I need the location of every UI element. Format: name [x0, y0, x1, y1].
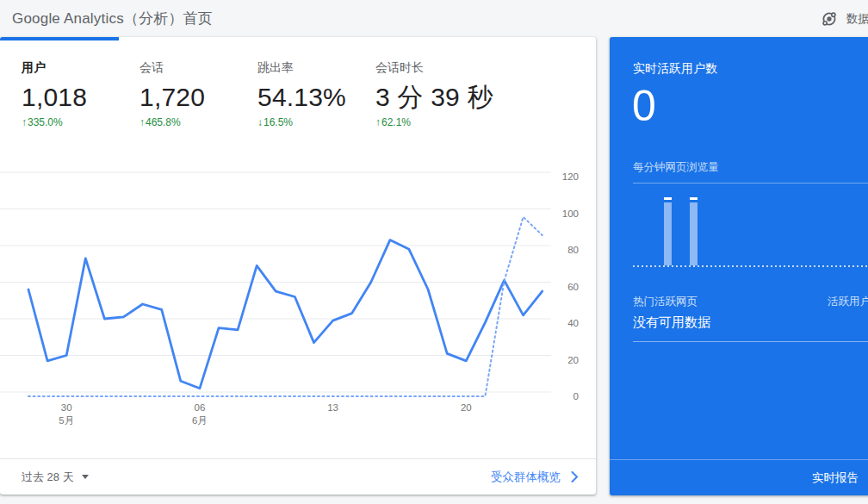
- metric-delta: ↑465.8%: [140, 116, 257, 128]
- metric-value: 1,720: [140, 84, 257, 111]
- date-range-selector[interactable]: 过去 28 天: [22, 470, 89, 485]
- metric-label: 会话时长: [375, 60, 493, 74]
- pageviews-bar: [690, 197, 698, 265]
- metric-value: 54.13%: [257, 84, 375, 111]
- date-range-label: 过去 28 天: [22, 470, 74, 485]
- delta-value: 465.8%: [146, 116, 181, 128]
- caret-down-icon: [82, 475, 89, 479]
- svg-text:20: 20: [567, 355, 579, 365]
- realtime-report-link[interactable]: 实时报告: [812, 471, 859, 484]
- svg-text:120: 120: [562, 171, 579, 182]
- metric-label: 会话: [140, 60, 257, 74]
- svg-text:13: 13: [327, 402, 338, 413]
- metric-delta: ↑62.1%: [375, 116, 493, 128]
- active-users-count: 0: [632, 82, 656, 130]
- metric-label: 用户: [22, 60, 140, 74]
- metric-value: 1,018: [22, 84, 140, 111]
- metric-tab-session-duration[interactable]: 会话时长 3 分 39 秒 ↑62.1%: [375, 60, 493, 128]
- pageviews-per-minute-label: 每分钟网页浏览量: [633, 160, 719, 175]
- metric-delta: ↓16.5%: [257, 116, 375, 128]
- svg-text:6月: 6月: [192, 415, 208, 426]
- metric-tab-sessions[interactable]: 会话 1,720 ↑465.8%: [140, 60, 257, 128]
- page-title: Google Analytics（分析）首页: [12, 9, 213, 28]
- delta-down-icon: ↓: [257, 116, 263, 128]
- pageviews-bar: [664, 197, 672, 265]
- chevron-right-icon: [571, 471, 579, 482]
- delta-up-icon: ↑: [375, 116, 381, 128]
- svg-text:06: 06: [195, 402, 206, 413]
- metric-tab-bounce-rate[interactable]: 跳出率 54.13% ↓16.5%: [257, 60, 375, 128]
- svg-text:5月: 5月: [59, 415, 74, 426]
- delta-up-icon: ↑: [140, 116, 145, 128]
- ga-home-page: Google Analytics（分析）首页 数据 用户 1,018 ↑335.…: [0, 0, 868, 504]
- overview-chart: 020406080100120305月066月1320: [0, 164, 596, 435]
- metric-label: 跳出率: [257, 60, 375, 74]
- top-active-pages-header: 热门活跃网页: [633, 295, 698, 309]
- chart-series-users-comparison-dotted: [28, 217, 542, 396]
- divider: [633, 341, 868, 342]
- chart-series-users-current-period: [28, 240, 542, 389]
- audience-overview-link[interactable]: 受众群体概览: [491, 470, 579, 485]
- overview-card-footer: 过去 28 天 受众群体概览: [0, 458, 596, 495]
- active-users-header: 活跃用户: [828, 295, 868, 309]
- svg-text:0: 0: [574, 391, 579, 401]
- insights-icon: [820, 9, 839, 28]
- metric-delta: ↑335.0%: [22, 116, 140, 128]
- chart-baseline: [633, 265, 868, 267]
- svg-text:80: 80: [567, 245, 579, 255]
- realtime-card-footer: 实时报告: [610, 459, 868, 495]
- svg-text:60: 60: [567, 282, 579, 292]
- no-data-message: 没有可用数据: [633, 314, 710, 331]
- realtime-table-header: 热门活跃网页 活跃用户: [633, 295, 868, 309]
- realtime-title: 实时活跃用户数: [633, 61, 717, 77]
- audience-overview-label: 受众群体概览: [491, 470, 561, 485]
- app-header: Google Analytics（分析）首页 数据: [0, 0, 868, 37]
- pageviews-per-minute-chart: [633, 183, 868, 267]
- delta-value: 16.5%: [264, 116, 293, 128]
- metric-tabs: 用户 1,018 ↑335.0% 会话 1,720 ↑465.8% 跳出率 54…: [0, 37, 596, 128]
- overview-card: 用户 1,018 ↑335.0% 会话 1,720 ↑465.8% 跳出率 54…: [0, 37, 596, 495]
- svg-text:40: 40: [567, 318, 579, 328]
- metric-tab-users[interactable]: 用户 1,018 ↑335.0%: [22, 60, 140, 128]
- svg-text:100: 100: [562, 208, 579, 219]
- svg-text:30: 30: [61, 402, 72, 413]
- metric-value: 3 分 39 秒: [375, 84, 493, 111]
- delta-value: 62.1%: [381, 116, 411, 128]
- svg-text:20: 20: [461, 402, 472, 413]
- delta-value: 335.0%: [28, 116, 63, 128]
- realtime-card: 实时活跃用户数 0 每分钟网页浏览量 热门活跃网页 活跃用户 没有可用数据 实时…: [610, 37, 868, 495]
- insights-label: 数据: [846, 11, 868, 27]
- delta-up-icon: ↑: [22, 116, 27, 128]
- insights-button[interactable]: 数据: [820, 9, 868, 29]
